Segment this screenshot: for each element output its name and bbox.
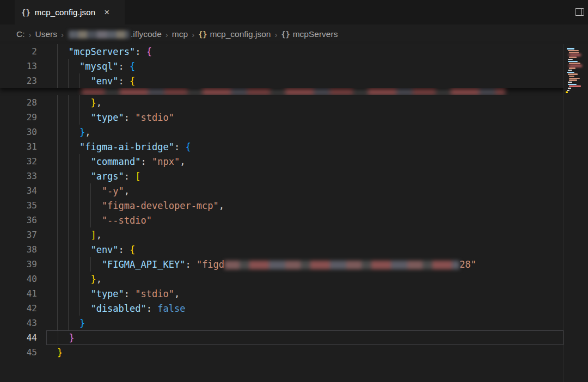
- line-number: 39: [0, 259, 46, 269]
- code-line[interactable]: }: [46, 316, 564, 330]
- tab-mcp-config-json[interactable]: {} mcp_config.json ×: [15, 0, 125, 24]
- breadcrumb-label: mcp_config.json: [210, 29, 271, 39]
- token: "figma-ai-bridge": [79, 141, 174, 152]
- indent-guide: [79, 227, 80, 242]
- token: "command": [90, 156, 140, 167]
- minimap-line: [569, 52, 579, 53]
- json-file-icon: {}: [21, 8, 30, 17]
- editor-line-29[interactable]: 29"type": "stdio": [0, 110, 588, 125]
- editor-line-43[interactable]: 43}: [0, 316, 588, 330]
- token: {: [130, 76, 135, 87]
- editor-line-37[interactable]: 37],: [0, 227, 588, 242]
- editor-line-13[interactable]: 13"mysql": {: [0, 59, 588, 73]
- minimap-line: [569, 76, 574, 77]
- breadcrumb-separator: ›: [192, 30, 194, 39]
- code-lines: 28},29"type": "stdio"30},31"figma-ai-bri…: [0, 95, 588, 360]
- token: ,: [96, 230, 102, 241]
- token: "args": [90, 171, 124, 182]
- indent-guide: [79, 198, 80, 213]
- breadcrumb-separator: ›: [29, 30, 32, 39]
- line-number: 37: [0, 230, 46, 240]
- code-line[interactable]: "-y",: [46, 183, 564, 198]
- breadcrumb-separator: ›: [274, 30, 277, 39]
- code-line[interactable]: "figma-ai-bridge": {: [46, 139, 564, 154]
- indent-guide: [57, 73, 58, 88]
- code-line[interactable]: }: [46, 345, 564, 360]
- breadcrumb-item-mcp-config-json[interactable]: {}mcp_config.json: [198, 29, 271, 39]
- editor-line-28[interactable]: 28},: [0, 95, 588, 110]
- indent-guide: [79, 301, 80, 316]
- code-line[interactable]: "type": "stdio",: [46, 286, 564, 301]
- indent-guide: [57, 272, 58, 286]
- token: "stdio": [135, 288, 174, 299]
- breadcrumb-item-users[interactable]: Users: [35, 29, 57, 39]
- sticky-scroll: 2"mcpServers": {13"mysql": {23"env": {: [0, 44, 588, 88]
- editor[interactable]: 2"mcpServers": {13"mysql": {23"env": { 2…: [0, 44, 588, 382]
- editor-line-42[interactable]: 42"disabled": false: [0, 301, 588, 316]
- minimap-line: [569, 79, 577, 81]
- indent-guide: [79, 154, 80, 169]
- code-line[interactable]: ],: [46, 227, 564, 242]
- token: :: [124, 288, 135, 299]
- editor-line-31[interactable]: 31"figma-ai-bridge": {: [0, 139, 588, 154]
- token: }: [79, 318, 85, 329]
- code-line[interactable]: },: [46, 125, 564, 139]
- tab-bar-left-spacer: [0, 0, 15, 24]
- breadcrumb-item-mcp[interactable]: mcp: [172, 29, 188, 39]
- editor-line-38[interactable]: 38"env": {: [0, 242, 588, 257]
- code-line[interactable]: "--stdio": [46, 213, 564, 227]
- editor-line-33[interactable]: 33"args": [: [0, 169, 588, 183]
- line-number: 35: [0, 200, 46, 211]
- code-line[interactable]: "disabled": false: [46, 301, 564, 316]
- breadcrumb-item-mcpservers[interactable]: {}mcpServers: [281, 29, 338, 39]
- code-line[interactable]: "mcpServers": {: [46, 44, 564, 59]
- tab-close-icon[interactable]: ×: [104, 8, 109, 17]
- code-line[interactable]: },: [46, 95, 564, 110]
- editor-line-44[interactable]: 44}: [0, 330, 588, 345]
- breadcrumb-item-c-[interactable]: C:: [16, 29, 25, 39]
- breadcrumb-item--iflycode[interactable]: .iflycode: [131, 29, 162, 39]
- indent-guide: [57, 301, 58, 316]
- indent-guide: [57, 286, 58, 301]
- code-line[interactable]: "env": {: [46, 73, 564, 88]
- editor-line-36[interactable]: 36"--stdio": [0, 213, 588, 227]
- token: :: [119, 244, 130, 255]
- breadcrumb-label: mcpServers: [293, 29, 338, 39]
- editor-line-41[interactable]: 41"type": "stdio",: [0, 286, 588, 301]
- token: }: [57, 347, 63, 358]
- editor-line-30[interactable]: 30},: [0, 125, 588, 139]
- code-line[interactable]: "figma-developer-mcp",: [46, 198, 564, 213]
- editor-line-45[interactable]: 45}: [0, 345, 588, 360]
- line-number: 40: [0, 274, 46, 284]
- code-line[interactable]: "mysql": {: [46, 59, 564, 73]
- indent-guide: [57, 316, 58, 330]
- token: "type": [90, 288, 124, 299]
- token: :: [174, 141, 185, 152]
- split-editor-icon[interactable]: [575, 8, 584, 16]
- editor-line-40[interactable]: 40},: [0, 272, 588, 286]
- code-line[interactable]: "FIGMA_API_KEY": "figd28": [46, 257, 564, 272]
- editor-line-39[interactable]: 39"FIGMA_API_KEY": "figd28": [0, 257, 588, 272]
- minimap-line: [567, 72, 574, 73]
- code-line[interactable]: }: [46, 330, 564, 345]
- token: "--stdio": [102, 215, 152, 226]
- editor-line-23[interactable]: 23"env": {: [0, 73, 588, 88]
- code-line[interactable]: },: [46, 272, 564, 286]
- code-line[interactable]: "type": "stdio": [46, 110, 564, 125]
- code-line[interactable]: "command": "npx",: [46, 154, 564, 169]
- minimap[interactable]: [564, 44, 588, 382]
- indent-guide: [57, 59, 58, 73]
- line-number: 36: [0, 215, 46, 225]
- editor-line-35[interactable]: 35"figma-developer-mcp",: [0, 198, 588, 213]
- editor-line-32[interactable]: 32"command": "npx",: [0, 154, 588, 169]
- breadcrumb-label: C:: [16, 29, 25, 39]
- indent-guide: [79, 169, 80, 183]
- code-line[interactable]: "env": {: [46, 242, 564, 257]
- indent-guide: [90, 213, 91, 227]
- minimap-line: [568, 82, 572, 83]
- editor-line-2[interactable]: 2"mcpServers": {: [0, 44, 588, 59]
- token: 28": [460, 259, 476, 270]
- editor-line-34[interactable]: 34"-y",: [0, 183, 588, 198]
- token: "FIGMA_API_KEY": [102, 259, 186, 270]
- code-line[interactable]: "args": [: [46, 169, 564, 183]
